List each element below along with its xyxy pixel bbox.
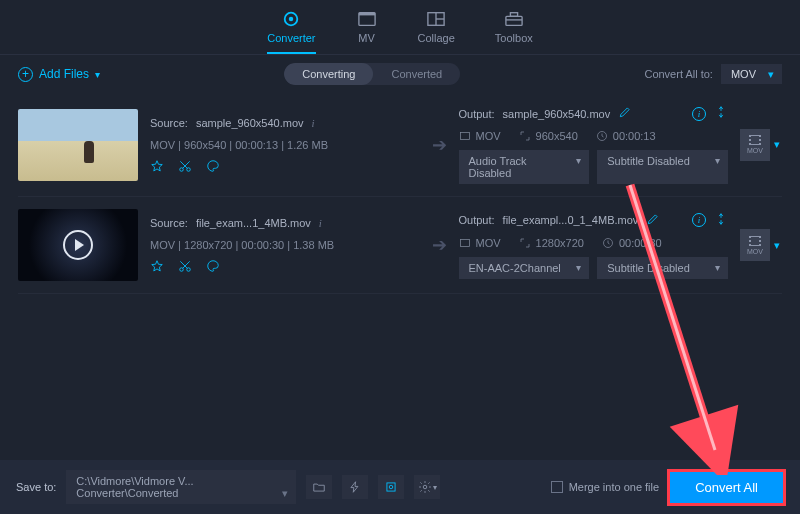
svg-point-1 <box>289 17 294 22</box>
status-tabs: Converting Converted <box>284 63 460 85</box>
compress-icon[interactable] <box>714 212 728 229</box>
output-format-button[interactable]: MOV ▾ <box>740 229 782 261</box>
format-badge: MOV <box>747 147 763 154</box>
tool-icons <box>150 259 420 273</box>
output-format-button[interactable]: MOV ▾ <box>740 129 782 161</box>
converter-icon <box>280 10 302 28</box>
file-row: Source: sample_960x540.mov i MOV | 960x5… <box>18 93 782 197</box>
audio-track-select[interactable]: EN-AAC-2Channel <box>459 257 590 279</box>
svg-rect-7 <box>506 16 522 25</box>
arrow-icon: ➔ <box>432 234 447 256</box>
compress-icon[interactable] <box>714 105 728 122</box>
svg-rect-12 <box>460 133 469 140</box>
chevron-down-icon: ▾ <box>95 69 100 80</box>
out-format: MOV <box>459 130 501 142</box>
cut-icon[interactable] <box>178 259 192 273</box>
tab-toolbox[interactable]: Toolbox <box>495 10 533 54</box>
tool-icons <box>150 159 420 173</box>
video-thumbnail[interactable] <box>18 209 138 281</box>
source-filename: sample_960x540.mov <box>196 117 304 129</box>
tab-converter[interactable]: Converter <box>267 10 315 54</box>
bottom-bar: Save to: C:\Vidmore\Vidmore V... Convert… <box>0 460 800 514</box>
filter-bar: + Add Files ▾ Converting Converted Conve… <box>0 55 800 93</box>
audio-track-select[interactable]: Audio Track Disabled <box>459 150 590 184</box>
svg-point-20 <box>423 485 427 489</box>
palette-icon[interactable] <box>206 259 220 273</box>
tab-converting[interactable]: Converting <box>284 63 373 85</box>
svg-rect-3 <box>358 13 374 16</box>
output-column: Output: file_exampl...0_1_4MB.mov i MOV … <box>459 212 729 279</box>
out-resolution: 1280x720 <box>519 237 584 249</box>
video-thumbnail[interactable] <box>18 109 138 181</box>
out-format: MOV <box>459 237 501 249</box>
source-column: Source: sample_960x540.mov i MOV | 960x5… <box>150 117 420 173</box>
settings-button[interactable]: ▾ <box>414 475 440 499</box>
source-column: Source: file_exam...1_4MB.mov i MOV | 12… <box>150 217 420 273</box>
collage-icon <box>425 10 447 28</box>
chevron-down-icon[interactable]: ▾ <box>772 239 782 252</box>
format-badge: MOV <box>747 248 763 255</box>
play-icon <box>63 230 93 260</box>
toolbox-icon <box>503 10 525 28</box>
merge-label: Merge into one file <box>569 481 660 493</box>
file-list: Source: sample_960x540.mov i MOV | 960x5… <box>0 93 800 294</box>
svg-rect-16 <box>460 239 469 246</box>
palette-icon[interactable] <box>206 159 220 173</box>
edit-icon[interactable] <box>646 212 660 229</box>
chevron-down-icon[interactable]: ▾ <box>772 138 782 151</box>
convert-all-to: Convert All to: MOV <box>644 64 782 84</box>
edit-icon[interactable] <box>618 105 632 122</box>
output-label: Output: <box>459 214 495 226</box>
open-folder-button[interactable] <box>306 475 332 499</box>
file-row: Source: file_exam...1_4MB.mov i MOV | 12… <box>18 197 782 294</box>
output-filename: file_exampl...0_1_4MB.mov <box>503 214 639 226</box>
source-meta: MOV | 1280x720 | 00:00:30 | 1.38 MB <box>150 239 420 251</box>
mv-icon <box>356 10 378 28</box>
svg-rect-18 <box>387 483 395 491</box>
info-icon[interactable]: i <box>319 217 322 229</box>
add-files-label: Add Files <box>39 67 89 81</box>
output-label: Output: <box>459 108 495 120</box>
out-resolution: 960x540 <box>519 130 578 142</box>
source-filename: file_exam...1_4MB.mov <box>196 217 311 229</box>
source-label: Source: <box>150 217 188 229</box>
source-label: Source: <box>150 117 188 129</box>
svg-point-19 <box>390 485 394 489</box>
info-circle-icon[interactable]: i <box>692 213 706 227</box>
top-nav: Converter MV Collage Toolbox <box>0 0 800 55</box>
merge-checkbox[interactable]: Merge into one file <box>551 481 660 493</box>
tab-label: Toolbox <box>495 32 533 44</box>
tab-label: Converter <box>267 32 315 44</box>
tab-label: Collage <box>418 32 455 44</box>
hardware-accel-button[interactable] <box>342 475 368 499</box>
save-to-path-select[interactable]: C:\Vidmore\Vidmore V... Converter\Conver… <box>66 470 296 504</box>
convert-all-to-select[interactable]: MOV <box>721 64 782 84</box>
tab-mv[interactable]: MV <box>356 10 378 54</box>
out-duration: 00:00:30 <box>602 237 662 249</box>
cut-icon[interactable] <box>178 159 192 173</box>
subtitle-select[interactable]: Subtitle Disabled <box>597 257 728 279</box>
arrow-icon: ➔ <box>432 134 447 156</box>
checkbox-icon <box>551 481 563 493</box>
add-files-button[interactable]: + Add Files ▾ <box>18 67 100 82</box>
info-circle-icon[interactable]: i <box>692 107 706 121</box>
svg-rect-8 <box>510 13 517 17</box>
star-icon[interactable] <box>150 259 164 273</box>
star-icon[interactable] <box>150 159 164 173</box>
save-to-label: Save to: <box>16 481 56 493</box>
convert-all-to-label: Convert All to: <box>644 68 712 80</box>
convert-all-button[interactable]: Convert All <box>669 471 784 504</box>
source-meta: MOV | 960x540 | 00:00:13 | 1.26 MB <box>150 139 420 151</box>
high-speed-button[interactable] <box>378 475 404 499</box>
output-column: Output: sample_960x540.mov i MOV 960x540… <box>459 105 729 184</box>
plus-icon: + <box>18 67 33 82</box>
tab-converted[interactable]: Converted <box>373 63 460 85</box>
info-icon[interactable]: i <box>312 117 315 129</box>
output-filename: sample_960x540.mov <box>503 108 611 120</box>
tab-collage[interactable]: Collage <box>418 10 455 54</box>
out-duration: 00:00:13 <box>596 130 656 142</box>
subtitle-select[interactable]: Subtitle Disabled <box>597 150 728 184</box>
tab-label: MV <box>358 32 375 44</box>
